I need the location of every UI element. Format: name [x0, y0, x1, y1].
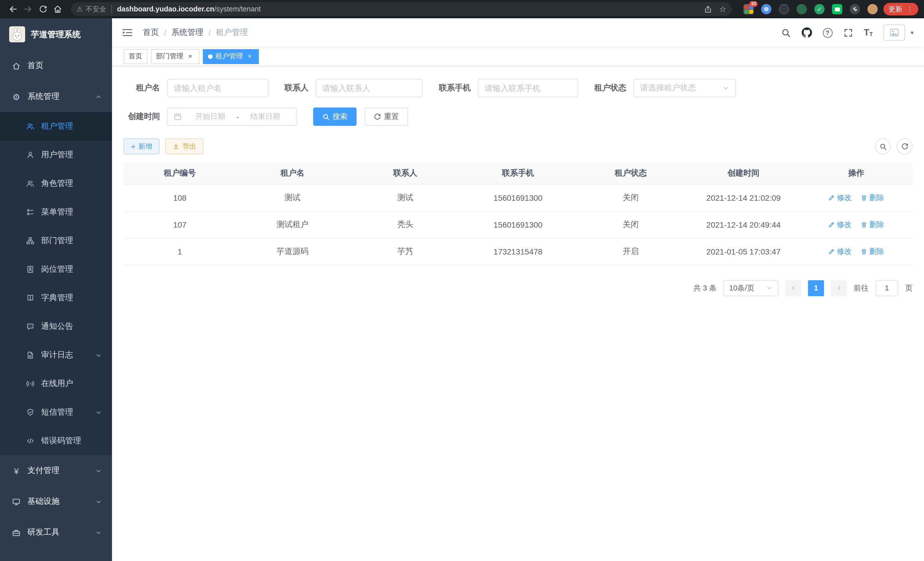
profile-avatar[interactable] [867, 4, 878, 14]
security-indicator[interactable]: ⚠ 不安全 [76, 4, 106, 14]
search-button[interactable]: 搜索 [313, 108, 357, 126]
extension-icon-green-check[interactable]: ✓ [814, 4, 825, 14]
page-number-button[interactable]: 1 [808, 280, 824, 296]
breadcrumb-separator: / [208, 28, 211, 37]
cell-tenant-name: 测试租户 [236, 211, 349, 238]
sidebar-item-payment-management[interactable]: ¥ 支付管理 [0, 455, 112, 486]
column-header-tenant-id: 租户编号 [123, 162, 236, 184]
contact-input-box [315, 79, 423, 97]
sidebar-item-infrastructure[interactable]: 基础设施 [0, 486, 112, 517]
goto-label: 前往 [854, 283, 868, 293]
font-size-icon[interactable]: TT [864, 28, 873, 37]
edit-button[interactable]: 修改 [828, 246, 852, 256]
sidebar-item-sms-management[interactable]: 短信管理 [0, 398, 112, 427]
help-glyph: ? [825, 29, 829, 36]
caret-down-icon[interactable]: ▾ [910, 29, 914, 36]
reset-button-label: 重置 [384, 111, 399, 122]
status-select[interactable]: 请选择租户状态 [633, 79, 736, 97]
sidebar-item-home[interactable]: 首页 [0, 50, 112, 81]
extension-icon-grid[interactable]: 10 [743, 4, 754, 14]
user-avatar[interactable] [884, 25, 905, 41]
sidebar-item-audit-log[interactable]: 审计日志 [0, 341, 112, 369]
cell-status: 关闭 [574, 211, 687, 238]
edit-button[interactable]: 修改 [828, 193, 852, 203]
tab-tenant-management[interactable]: 租户管理 × [203, 49, 259, 64]
page-size-select[interactable]: 10条/页 [723, 280, 778, 296]
extensions-puzzle-icon[interactable] [850, 4, 860, 14]
address-bar[interactable]: ⚠ 不安全 dashboard.yudao.iocoder.cn/system/… [71, 2, 732, 16]
tab-department-management[interactable]: 部门管理 × [151, 49, 200, 64]
extension-icon-dark[interactable] [779, 4, 789, 14]
extension-icon-wechat[interactable] [832, 4, 842, 14]
sidebar-item-user-management[interactable]: 用户管理 [0, 141, 112, 169]
contact-input[interactable] [322, 83, 416, 93]
delete-button[interactable]: 删除 [861, 219, 884, 230]
filter-phone: 联系手机 [439, 79, 578, 97]
tenant-name-input[interactable] [174, 83, 262, 93]
sidebar-item-dictionary-management[interactable]: 字典管理 [0, 284, 112, 312]
sidebar-item-notice-announcement[interactable]: 通知公告 [0, 312, 112, 341]
bookmark-star-icon[interactable]: ☆ [719, 5, 726, 13]
sidebar-item-tenant-management[interactable]: 租户管理 [0, 112, 112, 141]
date-range-picker[interactable]: 开始日期 - 结束日期 [167, 108, 297, 126]
update-button[interactable]: 更新 ⋮ [884, 3, 918, 15]
sidebar-collapse-icon[interactable] [120, 26, 135, 39]
filter-form-row-1: 租户名 联系人 联系手机 [123, 79, 913, 97]
delete-button[interactable]: 删除 [861, 246, 884, 256]
next-page-button[interactable] [831, 280, 847, 296]
close-icon[interactable]: × [186, 52, 194, 60]
share-icon[interactable] [704, 5, 712, 14]
font-size-large-glyph: T [864, 28, 869, 37]
breadcrumb-item-current: 租户管理 [216, 27, 248, 38]
toggle-search-button[interactable] [875, 138, 891, 154]
close-icon[interactable]: × [246, 52, 254, 60]
trash-icon [861, 194, 868, 201]
filter-label: 租户状态 [594, 83, 626, 93]
goto-page-input[interactable] [875, 280, 898, 296]
back-button[interactable] [6, 2, 21, 17]
home-button[interactable] [50, 2, 65, 17]
edit-label: 修改 [837, 193, 852, 203]
search-icon[interactable] [781, 28, 790, 38]
github-icon[interactable] [801, 27, 812, 38]
browser-window: ⚠ 不安全 dashboard.yudao.iocoder.cn/system/… [0, 0, 924, 561]
prev-page-button[interactable] [785, 280, 801, 296]
sidebar-item-role-management[interactable]: 角色管理 [0, 169, 112, 198]
sidebar-item-label: 错误码管理 [41, 436, 81, 446]
filter-form-row-2: 创建时间 开始日期 - 结束日期 搜索 [123, 108, 913, 126]
browser-chrome: ⚠ 不安全 dashboard.yudao.iocoder.cn/system/… [0, 0, 924, 18]
help-icon[interactable]: ? [823, 28, 832, 38]
refresh-table-button[interactable] [897, 138, 913, 154]
date-start-placeholder: 开始日期 [185, 111, 236, 122]
extension-icon-blue[interactable] [761, 4, 771, 14]
chevron-down-icon [95, 498, 102, 505]
breadcrumb-item-home[interactable]: 首页 [143, 27, 159, 38]
reload-button[interactable] [35, 2, 50, 17]
forward-button[interactable] [21, 2, 35, 17]
export-button[interactable]: 导出 [165, 138, 203, 154]
fullscreen-icon[interactable] [843, 28, 853, 38]
goto-unit: 页 [905, 283, 913, 293]
sidebar-item-menu-management[interactable]: 菜单管理 [0, 198, 112, 226]
edit-button[interactable]: 修改 [828, 219, 852, 230]
logo[interactable]: 芋道管理系统 [0, 18, 112, 50]
filter-create-time: 创建时间 开始日期 - 结束日期 [123, 108, 297, 126]
add-button[interactable]: + 新增 [123, 138, 159, 154]
sidebar-item-department-management[interactable]: 部门管理 [0, 226, 112, 255]
kebab-menu-icon[interactable]: ⋮ [906, 6, 913, 13]
sidebar-item-error-code-management[interactable]: 错误码管理 [0, 427, 112, 455]
tab-home[interactable]: 首页 [123, 49, 147, 64]
filter-status: 租户状态 请选择租户状态 [594, 79, 736, 97]
sidebar-item-dev-tools[interactable]: 研发工具 [0, 517, 112, 548]
org-tree-icon [25, 237, 35, 245]
delete-button[interactable]: 删除 [861, 193, 884, 203]
sidebar-item-system-management[interactable]: ⚙ 系统管理 [0, 81, 112, 112]
reset-button[interactable]: 重置 [364, 108, 408, 126]
sidebar-item-online-users[interactable]: 在线用户 [0, 369, 112, 398]
sidebar-item-position-management[interactable]: 岗位管理 [0, 255, 112, 284]
breadcrumb-item-system[interactable]: 系统管理 [171, 27, 203, 38]
phone-input[interactable] [484, 83, 572, 93]
extension-icon-green-dark[interactable] [796, 4, 807, 14]
gear-icon: ⚙ [11, 92, 21, 101]
navbar-tools: ? TT ▾ [781, 25, 914, 41]
